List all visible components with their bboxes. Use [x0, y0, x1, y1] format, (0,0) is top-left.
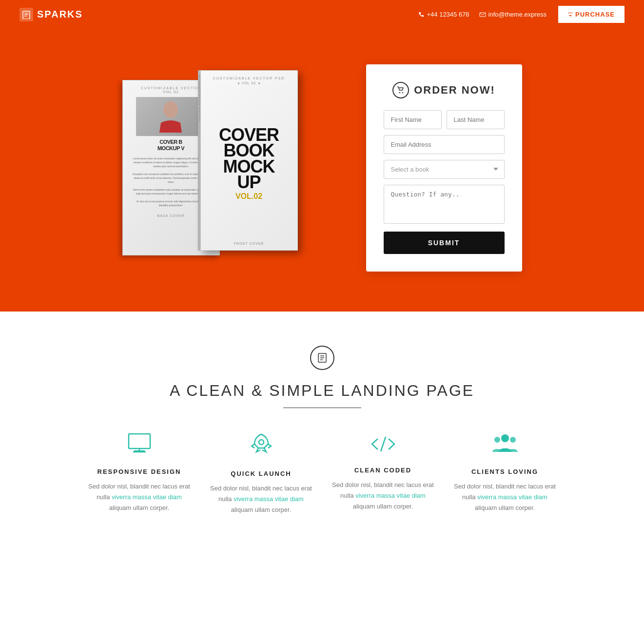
svg-point-8: [399, 92, 400, 93]
order-now-text: ORDER NOW!: [414, 84, 495, 97]
phone-number: +44 12345 678: [427, 11, 469, 18]
feature-quicklaunch-title: QUICK LAUNCH: [208, 470, 315, 477]
phone-contact: +44 12345 678: [418, 11, 469, 18]
svg-point-21: [494, 437, 500, 443]
site-header: SPARKS +44 12345 678 info@theme.express: [0, 0, 644, 29]
order-title: ORDER NOW!: [384, 82, 505, 98]
feature-cleancoded-desc: Sed dolor nisl, blandit nec lacus erat n…: [330, 480, 437, 512]
monitor-icon: [86, 432, 193, 460]
first-name-input[interactable]: [384, 110, 442, 129]
svg-point-9: [402, 92, 403, 93]
svg-point-20: [501, 434, 509, 442]
cart-icon: [392, 82, 409, 98]
svg-line-19: [381, 437, 386, 451]
svg-rect-14: [129, 434, 150, 449]
feature-responsive: RESPONSIVE DESIGN Sed dolor nisl, blandi…: [86, 432, 193, 515]
logo: SPARKS: [20, 8, 83, 21]
features-divider: [283, 408, 361, 408]
feature-cleancoded-link[interactable]: viverra massa vitae diam: [355, 492, 426, 499]
feature-clients-desc: Sed dolor nisl, blandit nec lacus erat n…: [451, 481, 559, 513]
feature-quicklaunch-desc: Sed dolor nisl, blandit nec lacus erat n…: [208, 483, 315, 515]
logo-icon: [20, 8, 33, 21]
rocket-icon: [208, 432, 315, 462]
feature-quicklaunch-link[interactable]: viverra massa vitae diam: [234, 495, 304, 503]
logo-text: SPARKS: [37, 9, 83, 20]
book-front-subtitle: CUSTOMIZABLE VECTOR PSD: [206, 77, 293, 80]
feature-quicklaunch: QUICK LAUNCH Sed dolor nisl, blandit nec…: [208, 432, 315, 515]
feature-cleancoded-title: CLEAN CODED: [330, 467, 437, 474]
features-section: A CLEAN & SIMPLE LANDING PAGE RESPONSIVE…: [0, 312, 644, 545]
users-icon: [451, 432, 559, 460]
book-select-row: Select a book Book 1 Book 2 Book 3: [384, 160, 505, 179]
book-front-label: FRONT COVER: [201, 242, 297, 250]
svg-rect-0: [23, 11, 30, 19]
feature-responsive-title: RESPONSIVE DESIGN: [86, 468, 193, 475]
header-right: +44 12345 678 info@theme.express PURCHAS…: [418, 6, 624, 23]
book-select[interactable]: Select a book Book 1 Book 2 Book 3: [384, 160, 505, 179]
svg-point-5: [163, 101, 178, 118]
name-row: [384, 110, 505, 129]
svg-rect-6: [162, 122, 167, 133]
book-front-vol: VOL.02: [219, 192, 279, 201]
purchase-label: PURCHASE: [575, 11, 615, 18]
features-grid: RESPONSIVE DESIGN Sed dolor nisl, blandi…: [78, 432, 566, 515]
submit-button[interactable]: SUBMIT: [384, 232, 505, 254]
download-icon: [568, 12, 573, 18]
question-textarea[interactable]: [384, 185, 505, 224]
email-address: info@theme.express: [488, 11, 546, 18]
book-back-image: [136, 97, 205, 136]
order-form-card: ORDER NOW! Select a book Book 1 Book 2 B…: [366, 64, 522, 272]
purchase-button[interactable]: PURCHASE: [558, 6, 624, 23]
phone-icon: [418, 12, 424, 18]
feature-clients-link[interactable]: viverra massa vitae diam: [477, 493, 547, 501]
header-contact: +44 12345 678 info@theme.express: [418, 11, 546, 18]
book-front: CUSTOMIZABLE VECTOR PSD ★ VOL 02 ★ COVER…: [200, 70, 298, 251]
hero-section: CUSTOMIZABLE VECTOR VOL 01 COVER BMOCKUP…: [0, 29, 644, 312]
feature-responsive-link[interactable]: viverra massa vitae diam: [112, 493, 182, 501]
feature-cleancoded: CLEAN CODED Sed dolor nisl, blandit nec …: [330, 432, 437, 515]
code-icon: [330, 432, 437, 459]
svg-point-22: [510, 437, 516, 443]
submit-label: SUBMIT: [428, 239, 460, 247]
last-name-input[interactable]: [447, 110, 505, 129]
svg-rect-7: [174, 122, 179, 133]
book-front-title: COVERBOOKMOCKUP: [219, 127, 279, 191]
features-title: A CLEAN & SIMPLE LANDING PAGE: [20, 382, 624, 400]
email-input[interactable]: [384, 135, 505, 154]
svg-point-18: [259, 440, 264, 445]
email-contact: info@theme.express: [479, 11, 546, 18]
feature-clients-title: CLIENTS LOVING: [451, 468, 559, 475]
email-row: [384, 135, 505, 154]
feature-clients: CLIENTS LOVING Sed dolor nisl, blandit n…: [451, 432, 559, 515]
feature-responsive-desc: Sed dolor nisl, blandit nec lacus erat n…: [86, 481, 193, 513]
email-icon: [479, 12, 486, 17]
features-top-icon: [310, 346, 334, 370]
books-visual: CUSTOMIZABLE VECTOR VOL 01 COVER BMOCKUP…: [122, 65, 337, 270]
